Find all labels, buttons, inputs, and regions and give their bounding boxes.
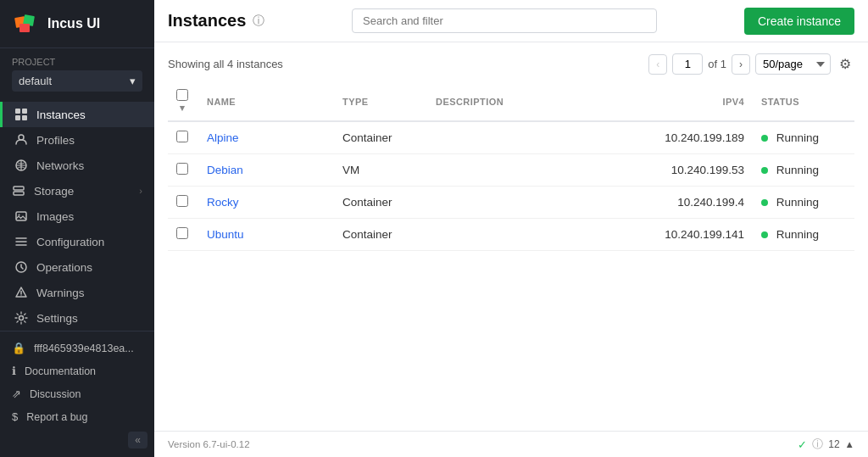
col-header-status: STATUS xyxy=(753,82,854,121)
sidebar-item-label: Storage xyxy=(34,185,74,198)
sidebar-item-operations[interactable]: Operations xyxy=(0,254,154,280)
pagination-controls: ‹ of 1 › 50/page 25/page 100/page ⚙ xyxy=(648,53,854,75)
page-title-area: Instances ⓘ xyxy=(168,11,264,31)
sidebar-item-storage[interactable]: Storage › xyxy=(0,178,154,203)
sidebar-item-warnings[interactable]: Warnings xyxy=(0,280,154,305)
instance-status-cell: Running xyxy=(753,219,854,251)
row-checkbox[interactable] xyxy=(176,131,188,142)
create-instance-button[interactable]: Create instance xyxy=(744,8,854,35)
sidebar-item-label: Operations xyxy=(36,261,92,274)
networks-icon xyxy=(14,159,28,172)
instances-table-area: Showing all 4 instances ‹ of 1 › 50/page… xyxy=(154,42,868,431)
footer-status-icons: ✓ ⓘ 12 ▲ xyxy=(798,437,854,452)
svg-point-7 xyxy=(19,135,24,140)
fingerprint-item[interactable]: 🔒 fff8465939e4813ea... xyxy=(0,337,154,359)
svg-rect-4 xyxy=(22,109,27,114)
svg-rect-10 xyxy=(14,192,24,195)
main-content: Instances ⓘ Create instance Showing all … xyxy=(154,0,868,457)
sort-toggle-icon[interactable]: ▾ xyxy=(180,103,185,113)
discussion-label: Discussion xyxy=(30,388,81,400)
table-toolbar: Showing all 4 instances ‹ of 1 › 50/page… xyxy=(168,42,854,82)
sidebar-item-settings[interactable]: Settings xyxy=(0,305,154,331)
sidebar-nav: Instances Profiles Networks Storage › xyxy=(0,97,154,331)
page-title: Instances xyxy=(168,11,246,31)
instance-name-link[interactable]: Debian xyxy=(207,164,243,176)
instance-description-cell xyxy=(427,121,617,154)
status-dot xyxy=(761,135,768,142)
per-page-select[interactable]: 50/page 25/page 100/page xyxy=(755,53,831,75)
select-all-checkbox[interactable] xyxy=(176,89,188,101)
svg-rect-2 xyxy=(19,24,30,32)
collapse-button-container: « xyxy=(0,428,154,452)
footer-count: 12 xyxy=(828,438,839,450)
status-dot xyxy=(761,199,768,206)
instance-name-link[interactable]: Ubuntu xyxy=(207,228,244,241)
report-bug-item[interactable]: $ Report a bug xyxy=(0,405,154,428)
row-checkbox-cell xyxy=(168,187,198,219)
instance-description-cell xyxy=(427,219,617,251)
chevron-right-icon: › xyxy=(139,186,142,196)
sidebar-item-networks[interactable]: Networks xyxy=(0,153,154,178)
sidebar-item-images[interactable]: Images xyxy=(0,203,154,229)
page-info-icon[interactable]: ⓘ xyxy=(253,14,264,29)
instance-name-link[interactable]: Alpine xyxy=(207,131,239,144)
status-check-icon: ✓ xyxy=(798,438,807,451)
instance-name-link[interactable]: Rocky xyxy=(207,196,239,209)
instance-type-cell: Container xyxy=(334,187,427,219)
lock-icon: 🔒 xyxy=(12,342,25,354)
page-number-input[interactable] xyxy=(672,53,703,75)
sidebar-item-label: Instances xyxy=(36,109,86,121)
svg-point-12 xyxy=(19,215,20,216)
instance-ipv4-cell: 10.240.199.189 xyxy=(617,121,753,154)
sidebar-item-label: Networks xyxy=(36,159,84,172)
project-selector[interactable]: default ▾ xyxy=(12,70,142,92)
sidebar-item-label: Settings xyxy=(36,312,78,325)
instance-name-cell: Alpine xyxy=(198,121,334,154)
instance-ipv4-cell: 10.240.199.4 xyxy=(617,187,753,219)
sidebar-item-label: Configuration xyxy=(36,236,104,248)
sidebar-item-profiles[interactable]: Profiles xyxy=(0,127,154,153)
fingerprint-text: fff8465939e4813ea... xyxy=(34,343,134,354)
next-page-button[interactable]: › xyxy=(732,54,750,75)
svg-point-15 xyxy=(19,316,24,320)
sidebar-item-instances[interactable]: Instances xyxy=(0,102,154,127)
sidebar-item-label: Profiles xyxy=(36,134,75,147)
svg-point-14 xyxy=(20,294,21,295)
row-checkbox[interactable] xyxy=(176,195,188,207)
instances-tbody: Alpine Container 10.240.199.189 Running … xyxy=(168,121,854,251)
svg-rect-9 xyxy=(14,187,24,190)
collapse-sidebar-button[interactable]: « xyxy=(128,432,147,449)
settings-icon xyxy=(14,311,28,325)
chevron-down-icon: ▾ xyxy=(130,75,136,87)
profiles-icon xyxy=(14,133,28,147)
app-title: Incus UI xyxy=(47,16,100,31)
instance-type-cell: VM xyxy=(334,154,427,187)
table-row: Alpine Container 10.240.199.189 Running xyxy=(168,121,854,154)
documentation-item[interactable]: ℹ Documentation xyxy=(0,359,154,382)
configuration-icon xyxy=(14,235,28,248)
prev-page-button[interactable]: ‹ xyxy=(648,54,667,75)
sidebar-item-configuration[interactable]: Configuration xyxy=(0,229,154,254)
table-settings-button[interactable]: ⚙ xyxy=(836,53,854,75)
col-header-name: NAME xyxy=(198,82,334,121)
status-info-icon: ⓘ xyxy=(812,437,823,452)
footer-expand-icon[interactable]: ▲ xyxy=(845,439,854,449)
discussion-item[interactable]: ⇗ Discussion xyxy=(0,382,154,405)
showing-count: Showing all 4 instances xyxy=(168,58,283,70)
search-input[interactable] xyxy=(352,8,657,33)
status-text: Running xyxy=(776,228,819,241)
instance-type-cell: Container xyxy=(334,121,427,154)
sidebar-item-label: Images xyxy=(36,210,74,223)
instance-name-cell: Debian xyxy=(198,154,334,187)
instance-status-cell: Running xyxy=(753,121,854,154)
status-dot xyxy=(761,231,768,238)
row-checkbox[interactable] xyxy=(176,227,188,239)
instance-type-cell: Container xyxy=(334,219,427,251)
project-name: default xyxy=(19,75,52,87)
app-logo xyxy=(12,10,39,37)
storage-icon xyxy=(12,184,25,198)
svg-rect-5 xyxy=(15,115,20,120)
project-label: Project xyxy=(12,57,142,67)
instances-icon xyxy=(14,108,28,121)
row-checkbox[interactable] xyxy=(176,163,188,175)
